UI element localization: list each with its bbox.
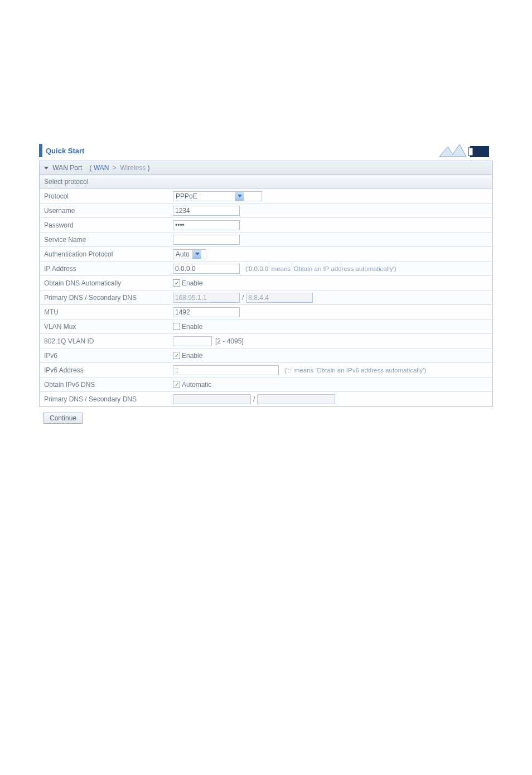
- row-vlan-mux: VLAN Mux Enable: [40, 319, 492, 334]
- primary-dns-input: [173, 293, 240, 303]
- chevron-down-icon: [44, 167, 49, 169]
- checkbox-icon: ✓: [173, 279, 180, 287]
- row-mtu: MTU: [40, 305, 492, 319]
- label-ipv6: IPv6: [40, 350, 171, 362]
- obtain-ipv6-dns-checkbox[interactable]: ✓ Automatic: [173, 381, 211, 389]
- label-ipv6-addr: IPv6 Address: [40, 364, 171, 376]
- label-dns: Primary DNS / Secondary DNS: [40, 292, 171, 304]
- row-password: Password: [40, 218, 492, 232]
- breadcrumb-wireless[interactable]: Wireless: [120, 164, 146, 172]
- title-accent: [39, 144, 42, 157]
- row-ipv6: IPv6 ✓ Enable: [40, 348, 492, 363]
- label-vlan-id: 802.1Q VLAN ID: [40, 335, 171, 347]
- section-label: WAN Port: [52, 164, 82, 172]
- vlan-mux-checkbox[interactable]: Enable: [173, 323, 202, 331]
- label-obtain-dns: Obtain DNS Automatically: [40, 277, 171, 289]
- svg-marker-0: [439, 144, 466, 157]
- label-service-name: Service Name: [40, 234, 171, 246]
- row-vlan-id: 802.1Q VLAN ID [2 - 4095]: [40, 334, 492, 348]
- vlan-id-range: [2 - 4095]: [215, 337, 244, 345]
- label-password: Password: [40, 219, 171, 231]
- row-ipv6-dns: Primary DNS / Secondary DNS /: [40, 392, 492, 406]
- mtu-input[interactable]: [173, 307, 240, 317]
- obtain-dns-checkbox[interactable]: ✓ Enable: [173, 279, 202, 287]
- row-service-name: Service Name: [40, 232, 492, 247]
- label-mtu: MTU: [40, 306, 171, 318]
- svg-rect-2: [468, 148, 473, 156]
- sub-header: Select protocol: [40, 175, 492, 189]
- ipv6-secondary-dns-input: [257, 394, 335, 404]
- title-bar: Quick Start: [39, 139, 493, 161]
- ipv6-addr-input[interactable]: [173, 365, 279, 375]
- label-protocol: Protocol: [40, 190, 171, 202]
- secondary-dns-input: [246, 293, 313, 303]
- ipv6-checkbox[interactable]: ✓ Enable: [173, 352, 202, 360]
- row-ipv6-addr: IPv6 Address ('::' means 'Obtain an IPv6…: [40, 363, 492, 377]
- row-auth-protocol: Authentication Protocol Auto: [40, 247, 492, 261]
- auth-protocol-select[interactable]: Auto: [173, 249, 206, 259]
- row-obtain-ipv6-dns: Obtain IPv6 DNS ✓ Automatic: [40, 377, 492, 392]
- ipv6-primary-dns-input: [173, 394, 251, 404]
- service-name-input[interactable]: [173, 235, 240, 245]
- username-input[interactable]: [173, 206, 240, 216]
- row-obtain-dns: Obtain DNS Automatically ✓ Enable: [40, 276, 492, 290]
- footer: Continue: [39, 407, 493, 429]
- protocol-select[interactable]: PPPoE: [173, 191, 262, 201]
- row-dns: Primary DNS / Secondary DNS /: [40, 290, 492, 305]
- chevron-down-icon[interactable]: [192, 250, 201, 259]
- checkbox-icon: ✓: [173, 352, 180, 359]
- label-ip-address: IP Address: [40, 263, 171, 275]
- chevron-down-icon[interactable]: [235, 192, 244, 201]
- label-vlan-mux: VLAN Mux: [40, 321, 171, 333]
- config-panel: WAN Port ( WAN > Wireless ) Select proto…: [39, 161, 493, 407]
- row-username: Username: [40, 204, 492, 218]
- checkbox-icon: [173, 323, 180, 330]
- checkbox-icon: ✓: [173, 381, 180, 388]
- row-protocol: Protocol PPPoE: [40, 189, 492, 204]
- ip-address-hint: ('0.0.0.0' means 'Obtain an IP address a…: [245, 265, 396, 272]
- continue-button[interactable]: Continue: [43, 413, 83, 424]
- breadcrumb-wan[interactable]: WAN: [94, 164, 109, 172]
- page-title: Quick Start: [46, 147, 84, 155]
- password-input[interactable]: [173, 220, 240, 230]
- brand-logo: [439, 144, 493, 159]
- vlan-id-input[interactable]: [173, 336, 212, 346]
- label-username: Username: [40, 205, 171, 217]
- section-wan-port[interactable]: WAN Port ( WAN > Wireless ): [40, 161, 492, 175]
- label-auth-protocol: Authentication Protocol: [40, 248, 171, 260]
- label-obtain-ipv6-dns: Obtain IPv6 DNS: [40, 379, 171, 391]
- row-ip-address: IP Address ('0.0.0.0' means 'Obtain an I…: [40, 261, 492, 276]
- ipv6-addr-hint: ('::' means 'Obtain an IPv6 address auto…: [284, 367, 426, 374]
- ip-address-input[interactable]: [173, 264, 240, 274]
- label-ipv6-dns: Primary DNS / Secondary DNS: [40, 393, 171, 405]
